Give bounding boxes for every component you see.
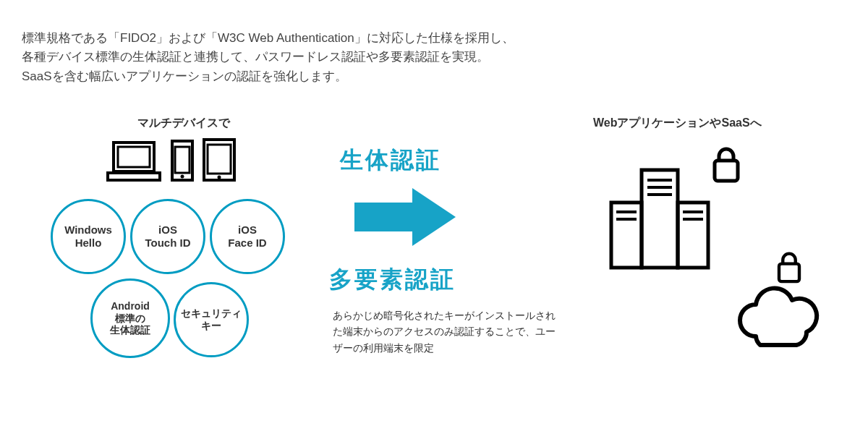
- phone-icon: [170, 139, 195, 182]
- circle-label: Android 標準の 生体認証: [110, 300, 150, 336]
- biometric-label: 生体認証: [340, 145, 441, 176]
- intro-text: 標準規格である「FIDO2」および「W3C Web Authentication…: [22, 29, 514, 86]
- server-icon: [608, 163, 716, 271]
- svg-rect-2: [108, 173, 160, 180]
- circle-security-key: セキュリティ キー: [174, 282, 249, 357]
- circle-windows-hello: Windows Hello: [51, 199, 126, 274]
- svg-marker-9: [354, 188, 456, 246]
- circle-ios-faceid: iOS Face ID: [210, 199, 285, 274]
- note-text: あらかじめ暗号化されたキーがインストールされた端末からのアクセスのみ認証すること…: [333, 307, 557, 356]
- left-heading: マルチデバイスで: [137, 116, 230, 131]
- svg-point-5: [181, 175, 184, 179]
- svg-point-8: [218, 176, 221, 179]
- tablet-icon: [202, 137, 237, 182]
- svg-rect-4: [175, 147, 190, 173]
- circle-label: セキュリティ キー: [181, 307, 242, 332]
- device-icons: [105, 137, 237, 182]
- svg-rect-13: [642, 170, 678, 268]
- intro-line2: 各種デバイス標準の生体認証と連携して、パスワードレス認証や多要素認証を実現。: [22, 48, 514, 67]
- svg-rect-21: [779, 264, 799, 282]
- right-heading: WebアプリケーションやSaaSへ: [593, 116, 762, 131]
- mfa-label: 多要素認証: [329, 264, 456, 296]
- cloud-icon: [727, 278, 828, 351]
- intro-line1: 標準規格である「FIDO2」および「W3C Web Authentication…: [22, 29, 514, 48]
- circle-label: iOS Touch ID: [145, 224, 190, 250]
- arrow-icon: [354, 184, 456, 250]
- svg-rect-1: [118, 147, 150, 167]
- circle-label: Windows Hello: [64, 224, 112, 250]
- circle-ios-touchid: iOS Touch ID: [130, 199, 205, 274]
- circle-label: iOS Face ID: [228, 224, 266, 250]
- svg-rect-20: [715, 161, 738, 181]
- lock-icon: [774, 250, 804, 284]
- laptop-icon: [105, 139, 163, 182]
- svg-rect-7: [208, 145, 231, 174]
- intro-line3: SaaSを含む幅広いアプリケーションの認証を強化します。: [22, 67, 514, 86]
- circle-android-bio: Android 標準の 生体認証: [90, 278, 170, 358]
- lock-icon: [709, 145, 744, 184]
